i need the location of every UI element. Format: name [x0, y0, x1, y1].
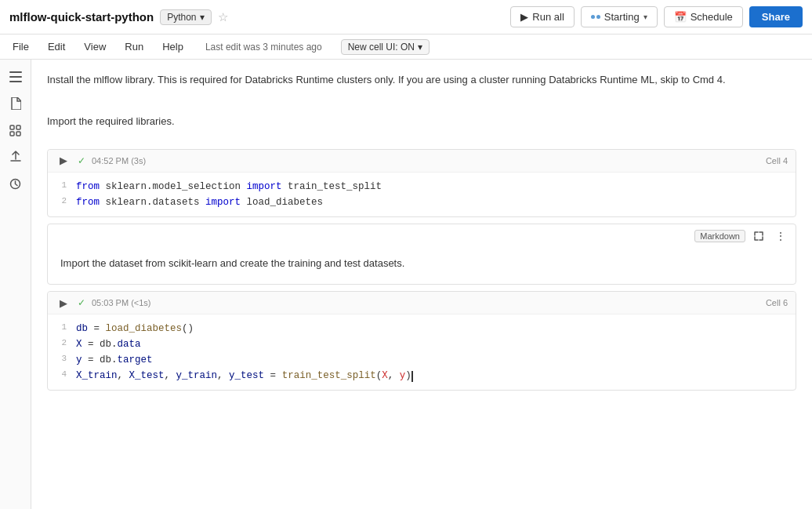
cell-4-body[interactable]: 1 from sklearn.model_selection import tr…: [48, 173, 796, 216]
table-row: 1 from sklearn.model_selection import tr…: [48, 179, 796, 195]
svg-rect-2: [9, 81, 22, 82]
play-icon: ▶: [60, 155, 67, 166]
markdown-badge[interactable]: Markdown: [694, 230, 745, 242]
content-area: Install the mlflow library. This is requ…: [31, 60, 812, 509]
cell-6-header: ▶ ✓ 05:03 PM (<1s) Cell 6: [48, 292, 796, 314]
expand-icon[interactable]: [750, 227, 767, 245]
topbar: mlflow-quick-start-python Python ▾ ☆ ▶ R…: [0, 0, 812, 35]
svg-rect-0: [9, 71, 22, 73]
markdown-text: Import the dataset from scikit-learn and…: [48, 248, 796, 285]
code-line-1: from sklearn.model_selection import trai…: [76, 179, 796, 195]
cell-6-run-button[interactable]: ▶: [56, 295, 71, 311]
sidebar-item-history[interactable]: [5, 173, 27, 195]
sidebar-item-publish[interactable]: [5, 146, 27, 168]
run-all-label: Run all: [532, 11, 564, 23]
cell-6-header-left: ▶ ✓ 05:03 PM (<1s): [56, 295, 151, 311]
lang-chevron-icon: ▾: [200, 12, 205, 23]
cell-4-status-icon: ✓: [78, 155, 85, 166]
markdown-toolbar: Markdown ⋮: [48, 224, 796, 248]
calendar-icon: 📅: [674, 11, 687, 23]
code-line-3: y = db.target: [76, 352, 796, 368]
last-edit-text: Last edit was 3 minutes ago: [205, 42, 322, 53]
cell-6-body[interactable]: 1 db = load_diabetes() 2 X = db.data 3 y…: [48, 314, 796, 390]
new-cell-label: New cell UI: ON: [348, 42, 415, 53]
intro-text-1: Install the mlflow library. This is requ…: [47, 72, 796, 89]
topbar-right: ▶ Run all Starting ▾ 📅 Schedule Share: [510, 6, 803, 27]
sidebar-item-files[interactable]: [5, 93, 27, 115]
table-row: 4 X_train, X_test, y_train, y_test = tra…: [48, 368, 796, 384]
new-cell-ui-toggle[interactable]: New cell UI: ON ▾: [341, 39, 430, 55]
cell-4-run-button[interactable]: ▶: [56, 153, 71, 169]
table-row: 2 X = db.data: [48, 336, 796, 352]
svg-rect-5: [10, 132, 14, 136]
table-row: 3 y = db.target: [48, 352, 796, 368]
code-line-1: db = load_diabetes(): [76, 321, 796, 336]
code-cell-6: ▶ ✓ 05:03 PM (<1s) Cell 6 1 db = load_di…: [47, 291, 796, 391]
notebook-title: mlflow-quick-start-python: [9, 10, 154, 24]
menubar: File Edit View Run Help Last edit was 3 …: [0, 35, 812, 60]
svg-rect-3: [10, 125, 14, 129]
share-button[interactable]: Share: [749, 6, 803, 27]
cell-4-time: 04:52 PM (3s): [92, 156, 146, 165]
schedule-label: Schedule: [691, 11, 733, 23]
code-line-2: from sklearn.datasets import load_diabet…: [76, 195, 796, 210]
line-number: 2: [48, 336, 76, 351]
dot2: [596, 15, 600, 19]
line-number: 1: [48, 179, 76, 193]
cell-4-header-left: ▶ ✓ 04:52 PM (3s): [56, 153, 146, 169]
topbar-left: mlflow-quick-start-python Python ▾ ☆: [9, 9, 228, 25]
sidebar: [0, 60, 31, 509]
intro-text-2: Import the required libraries.: [47, 114, 796, 130]
star-icon[interactable]: ☆: [218, 10, 228, 24]
play-icon: ▶: [60, 297, 67, 309]
new-cell-chevron-icon: ▾: [418, 42, 422, 53]
intro-markdown-1: Install the mlflow library. This is requ…: [47, 60, 796, 101]
starting-label: Starting: [604, 11, 640, 23]
code-line-2: X = db.data: [76, 336, 796, 352]
cell-6-time: 05:03 PM (<1s): [92, 298, 151, 307]
intro-markdown-2: Import the required libraries.: [47, 101, 796, 143]
svg-rect-1: [9, 76, 22, 78]
svg-rect-6: [16, 132, 20, 136]
line-number: 1: [48, 321, 76, 335]
schedule-button[interactable]: 📅 Schedule: [664, 6, 743, 27]
code-line-4: X_train, X_test, y_train, y_test = train…: [76, 368, 796, 384]
language-badge[interactable]: Python ▾: [160, 9, 211, 25]
menu-view[interactable]: View: [81, 41, 109, 53]
line-number: 2: [48, 195, 76, 209]
starting-chevron-icon: ▾: [643, 13, 647, 21]
menu-edit[interactable]: Edit: [45, 41, 68, 53]
table-row: 1 db = load_diabetes(): [48, 321, 796, 336]
run-icon: ▶: [520, 11, 528, 23]
table-row: 2 from sklearn.datasets import load_diab…: [48, 195, 796, 210]
menu-run[interactable]: Run: [121, 41, 147, 53]
markdown-cell-box: Markdown ⋮ Import the dataset from sciki…: [47, 224, 796, 285]
cell-4-header: ▶ ✓ 04:52 PM (3s) Cell 4: [48, 150, 796, 173]
sidebar-item-schema[interactable]: [5, 119, 27, 141]
code-cell-4: ▶ ✓ 04:52 PM (3s) Cell 4 1 from sklearn.…: [47, 149, 796, 217]
cell-6-status-icon: ✓: [78, 297, 85, 308]
line-number: 4: [48, 368, 76, 382]
line-number: 3: [48, 352, 76, 366]
dot1: [591, 15, 595, 19]
menu-file[interactable]: File: [9, 41, 32, 53]
main-layout: Install the mlflow library. This is requ…: [0, 60, 812, 509]
svg-rect-4: [16, 125, 20, 129]
starting-indicator: [591, 15, 600, 19]
cell-4-label: Cell 4: [766, 156, 788, 165]
starting-button[interactable]: Starting ▾: [581, 6, 658, 27]
sidebar-item-menu[interactable]: [5, 66, 27, 88]
more-options-icon[interactable]: ⋮: [772, 227, 789, 245]
cell-6-label: Cell 6: [766, 298, 788, 307]
run-all-button[interactable]: ▶ Run all: [510, 6, 574, 27]
menu-help[interactable]: Help: [159, 41, 187, 53]
language-label: Python: [167, 12, 196, 23]
